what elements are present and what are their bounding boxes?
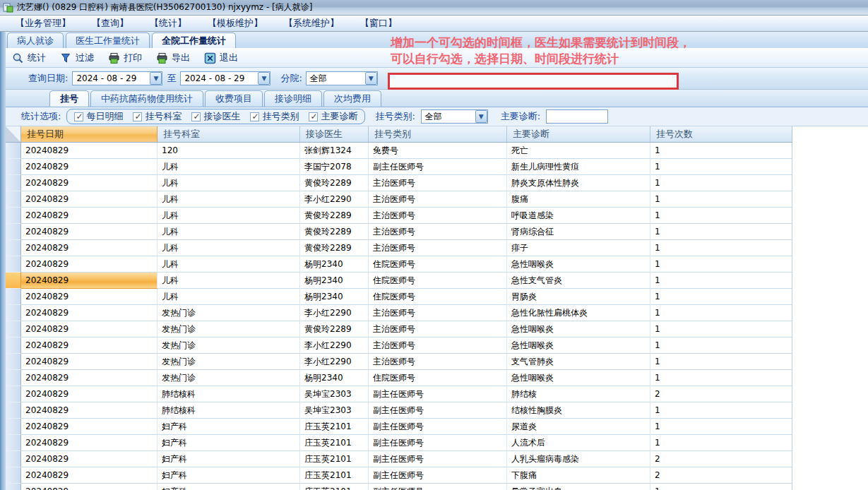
table-row[interactable]: 20240829 120 张剑辉1324 免费号 死亡 1 xyxy=(6,143,792,159)
column-header[interactable]: 接诊医生 xyxy=(300,126,369,142)
row-selector[interactable] xyxy=(6,305,21,321)
date-to-field[interactable]: 2024 - 08 - 29 ▼ xyxy=(180,71,270,85)
sub-tab[interactable]: 接诊明细 xyxy=(264,90,322,107)
column-header[interactable]: 挂号次数 xyxy=(650,126,792,142)
table-row[interactable]: 20240829 儿科 黄俊玲2289 主治医师号 呼吸道感染 1 xyxy=(6,208,792,224)
table-row[interactable]: 20240829 发热门诊 杨明2340 住院医师号 急性咽喉炎 1 xyxy=(6,370,792,386)
table-row[interactable]: 20240829 儿科 杨明2340 住院医师号 急性咽喉炎 1 xyxy=(6,256,792,273)
branch-value: 全部 xyxy=(307,73,365,85)
row-selector[interactable] xyxy=(6,370,21,386)
table-row[interactable]: 20240829 儿科 李小红2290 主治医师号 腹痛 1 xyxy=(6,191,792,208)
main-tab[interactable]: 全院工作量统计 xyxy=(152,32,236,48)
checkbox-icon[interactable] xyxy=(309,112,318,121)
table-row[interactable]: 20240829 儿科 黄俊玲2289 主治医师号 痱子 1 xyxy=(6,240,792,256)
cell-doctor: 黄俊玲2289 xyxy=(300,240,369,256)
row-selector[interactable] xyxy=(6,435,21,451)
column-header[interactable]: 主要诊断 xyxy=(507,126,650,142)
diagnosis-input[interactable] xyxy=(546,109,608,124)
table-row[interactable]: 20240829 发热门诊 黄俊玲2289 主治医师号 急性咽喉炎 1 xyxy=(6,321,792,337)
row-selector[interactable] xyxy=(6,191,21,208)
reg-type-combo[interactable]: 全部 ▼ xyxy=(421,109,488,124)
row-selector[interactable] xyxy=(6,159,21,175)
reg-type-dropdown-icon[interactable]: ▼ xyxy=(475,110,487,123)
table-row[interactable]: 20240829 儿科 杨明2340 住院医师号 急性支气管炎 1 xyxy=(6,273,792,289)
table-row[interactable]: 20240829 儿科 李国宁2078 副主任医师号 新生儿病理性黄疸 1 xyxy=(6,159,792,175)
grid-area: 挂号日期 挂号科室 接诊医生 挂号类别 主要诊断 挂号次数 20240829 1… xyxy=(6,126,868,490)
row-selector[interactable] xyxy=(6,256,21,273)
option-checkbox-item[interactable]: 挂号类别 xyxy=(250,110,299,123)
column-header[interactable]: 挂号科室 xyxy=(157,126,300,142)
checkbox-icon[interactable] xyxy=(250,112,259,121)
menu-item[interactable]: 【查询】 xyxy=(92,17,129,30)
sub-tab[interactable]: 收费项目 xyxy=(205,90,263,107)
table-row[interactable]: 20240829 妇产科 庄玉英2101 副主任医师号 尿道炎 1 xyxy=(6,419,792,435)
row-selector[interactable] xyxy=(6,240,21,256)
date-from-dropdown-icon[interactable]: ▼ xyxy=(150,72,162,85)
table-row[interactable]: 20240829 儿科 杨明2340 住院医师号 胃肠炎 1 xyxy=(6,289,792,305)
date-from-field[interactable]: 2024 - 08 - 29 ▼ xyxy=(72,71,162,85)
option-checkbox-item[interactable]: 主要诊断 xyxy=(309,110,357,123)
sub-tab[interactable]: 挂号 xyxy=(49,90,89,107)
cell-doctor: 李小红2290 xyxy=(300,305,369,321)
table-row[interactable]: 20240829 儿科 黄俊玲2289 主治医师号 肺炎支原体性肺炎 1 xyxy=(6,175,792,191)
option-checkbox-item[interactable]: 接诊医生 xyxy=(191,110,240,123)
branch-combo[interactable]: 全部 ▼ xyxy=(306,71,378,85)
column-header[interactable]: 挂号类别 xyxy=(369,126,507,142)
menu-item[interactable]: 【统计】 xyxy=(150,17,186,30)
print-button[interactable]: 打印 xyxy=(106,50,144,66)
column-header[interactable]: 挂号日期 xyxy=(21,126,157,142)
table-row[interactable]: 20240829 发热门诊 李小红2290 主治医师号 急性咽喉炎 1 xyxy=(6,337,792,354)
checkbox-icon[interactable] xyxy=(74,112,83,121)
row-selector[interactable] xyxy=(6,484,21,490)
table-row[interactable]: 20240829 妇产科 庄玉英2101 副主任医师号 异常子宫出血 1 xyxy=(6,484,792,490)
menu-item[interactable]: 【业务管理】 xyxy=(16,17,71,30)
table-row[interactable]: 20240829 发热门诊 李小红2290 主治医师号 支气管肺炎 1 xyxy=(6,354,792,370)
export-button[interactable]: 导出 xyxy=(154,50,192,66)
row-selector[interactable] xyxy=(6,273,21,289)
cell-doctor: 黄俊玲2289 xyxy=(300,175,369,191)
title-bar: 沈艺娜() (0829 口腔科) 南靖县医院(H35062700130) njx… xyxy=(0,0,868,16)
sub-tab[interactable]: 中药抗菌药物使用统计 xyxy=(90,90,203,107)
row-selector[interactable] xyxy=(6,419,21,435)
exit-button[interactable]: 退出 xyxy=(202,50,240,66)
main-tab[interactable]: 医生工作量统计 xyxy=(66,32,150,48)
cell-doctor: 吴坤宝2303 xyxy=(300,386,369,402)
row-selector[interactable] xyxy=(6,337,21,354)
menu-item[interactable]: 【系统维护】 xyxy=(284,17,339,30)
checkbox-icon[interactable] xyxy=(133,112,142,121)
table-row[interactable]: 20240829 妇产科 庄玉英2101 副主任医师号 人乳头瘤病毒感染 2 xyxy=(6,451,792,467)
row-selector[interactable] xyxy=(6,321,21,337)
stat-button[interactable]: 统计 xyxy=(10,50,48,66)
row-selector[interactable] xyxy=(6,402,21,419)
row-selector[interactable] xyxy=(6,289,21,305)
table-row[interactable]: 20240829 儿科 黄俊玲2289 主治医师号 肾病综合征 1 xyxy=(6,224,792,240)
row-selector[interactable] xyxy=(6,386,21,402)
table-row[interactable]: 20240829 妇产科 庄玉英2101 副主任医师号 下腹痛 2 xyxy=(6,467,792,484)
row-selector[interactable] xyxy=(6,224,21,240)
table-row[interactable]: 20240829 肺结核科 吴坤宝2303 副主任医师号 肺结核 2 xyxy=(6,386,792,402)
branch-dropdown-icon[interactable]: ▼ xyxy=(365,72,377,85)
row-selector[interactable] xyxy=(6,467,21,484)
select-all-corner[interactable] xyxy=(6,126,21,142)
table-row[interactable]: 20240829 妇产科 庄玉英2101 副主任医师号 人流术后 1 xyxy=(6,435,792,451)
cell-reg-count: 1 xyxy=(650,354,792,370)
row-selector[interactable] xyxy=(6,208,21,224)
row-selector[interactable] xyxy=(6,354,21,370)
menu-item[interactable]: 【模板维护】 xyxy=(208,17,263,30)
row-selector[interactable] xyxy=(6,143,21,159)
menu-item[interactable]: 【窗口】 xyxy=(360,17,397,30)
checkbox-icon[interactable] xyxy=(191,112,201,121)
option-checkbox-item[interactable]: 每日明细 xyxy=(74,110,123,123)
date-to-dropdown-icon[interactable]: ▼ xyxy=(258,72,270,85)
cell-reg-type: 住院医师号 xyxy=(369,370,507,386)
row-selector[interactable] xyxy=(6,175,21,191)
table-row[interactable]: 20240829 发热门诊 李小红2290 主治医师号 急性化脓性扁桃体炎 1 xyxy=(6,305,792,321)
option-checkbox-item[interactable]: 挂号科室 xyxy=(133,110,182,123)
cell-doctor: 李小红2290 xyxy=(300,354,369,370)
main-tab[interactable]: 病人就诊 xyxy=(7,32,64,48)
filter-button[interactable]: 过滤 xyxy=(58,50,96,66)
cell-reg-type: 住院医师号 xyxy=(369,273,507,289)
sub-tab[interactable]: 次均费用 xyxy=(323,90,381,107)
row-selector[interactable] xyxy=(6,451,21,467)
table-row[interactable]: 20240829 肺结核科 吴坤宝2303 副主任医师号 结核性胸膜炎 1 xyxy=(6,402,792,419)
